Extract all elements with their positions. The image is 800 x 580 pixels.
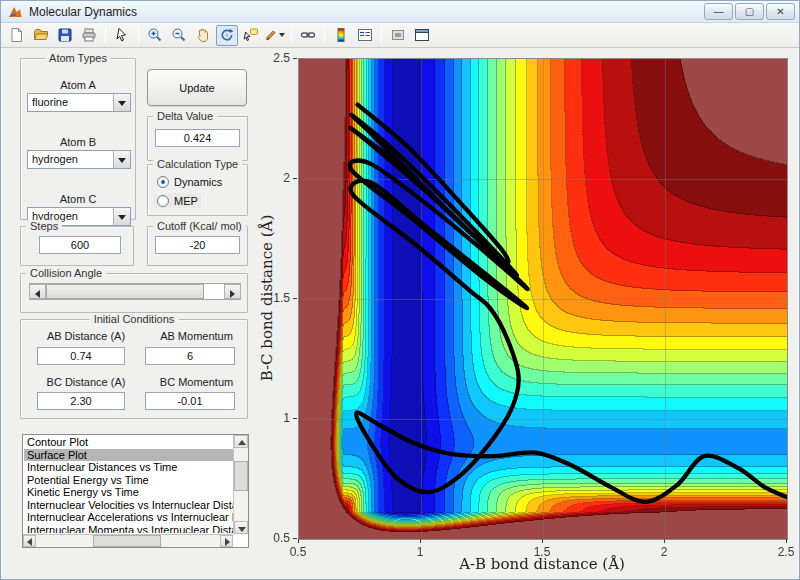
atom-types-title: Atom Types (45, 52, 111, 64)
hide-plot-tools-icon[interactable] (387, 25, 409, 46)
minimize-button[interactable]: — (704, 3, 733, 20)
y-tick-label: 0.5 (258, 531, 290, 545)
slider-right-arrow-icon[interactable] (224, 284, 241, 299)
pan-icon[interactable] (192, 25, 214, 46)
brush-dropdown-caret[interactable] (279, 33, 285, 37)
y-tick-label: 2.5 (258, 51, 290, 65)
x-tick (786, 539, 787, 543)
zoom-out-icon[interactable] (168, 25, 190, 46)
list-item[interactable]: Internuclear Velocities vs Internuclear … (24, 499, 233, 512)
x-tick (420, 539, 421, 543)
scroll-down-icon[interactable] (234, 521, 248, 534)
bc-distance-label: BC Distance (A) (31, 376, 141, 388)
ab-momentum-label: AB Momentum (149, 330, 244, 342)
steps-field[interactable]: 600 (39, 236, 121, 254)
calculation-type-panel: Calculation Type Dynamics MEP (147, 164, 248, 216)
ab-distance-label: AB Distance (A) (31, 330, 141, 342)
zoom-in-icon[interactable] (144, 25, 166, 46)
cutoff-title: Cutoff (Kcal/ mol) (153, 220, 246, 232)
show-plot-tools-dock-icon[interactable] (411, 25, 433, 46)
list-item[interactable]: Potential Energy vs Time (24, 474, 233, 487)
radio-mep[interactable]: MEP (154, 194, 201, 208)
contour-canvas[interactable] (298, 58, 788, 540)
atom-a-dropdown-arrow-icon[interactable] (113, 94, 130, 111)
toolbar (1, 23, 799, 48)
x-tick-label: 2 (644, 545, 684, 559)
atom-a-label: Atom A (21, 79, 135, 91)
delta-value-title: Delta Value (153, 110, 217, 122)
scroll-up-icon[interactable] (234, 435, 248, 448)
list-item[interactable]: Surface Plot (24, 449, 233, 462)
close-button[interactable]: ✕ (766, 3, 795, 20)
list-item[interactable]: Internuclear Momenta vs Internuclear Dis… (24, 524, 233, 534)
x-tick (664, 539, 665, 543)
insert-colorbar-icon[interactable] (330, 25, 352, 46)
radio-mep-icon[interactable] (157, 195, 169, 207)
atom-c-label: Atom C (21, 193, 135, 205)
slider-thumb[interactable] (46, 284, 204, 299)
cutoff-panel: Cutoff (Kcal/ mol) -20 (147, 226, 248, 266)
new-file-icon[interactable] (6, 25, 28, 46)
radio-dynamics-icon[interactable] (157, 176, 169, 188)
brush-icon[interactable] (264, 25, 286, 46)
update-button[interactable]: Update (147, 69, 247, 106)
list-item[interactable]: Kinetic Energy vs Time (24, 486, 233, 499)
list-item[interactable]: Internuclear Distances vs Time (24, 461, 233, 474)
bc-distance-field[interactable]: 2.30 (37, 392, 125, 410)
toolbar-separator (105, 26, 106, 44)
ab-distance-field[interactable]: 0.74 (37, 347, 125, 365)
bc-momentum-field[interactable]: -0.01 (145, 392, 235, 410)
insert-legend-icon[interactable] (354, 25, 376, 46)
contour-plot-axes[interactable]: 0.511.522.50.511.522.5 (298, 58, 786, 538)
atom-types-panel: Atom Types Atom A fluorine Atom B hydrog… (20, 58, 136, 220)
x-tick-label: 2.5 (766, 545, 800, 559)
y-tick (293, 298, 297, 299)
x-tick (298, 539, 299, 543)
rotate-3d-icon[interactable] (216, 25, 238, 46)
atom-b-dropdown-arrow-icon[interactable] (113, 151, 130, 168)
initial-conditions-title: Initial Conditions (90, 313, 179, 325)
figure-content: Atom Types Atom A fluorine Atom B hydrog… (1, 48, 799, 579)
initial-conditions-panel: Initial Conditions AB Distance (A) AB Mo… (20, 319, 248, 419)
horizontal-scrollbar[interactable] (23, 534, 233, 547)
x-axis-label: A-B bond distance (Å) (459, 555, 625, 573)
horizontal-scroll-thumb[interactable] (93, 535, 161, 547)
steps-title: Steps (26, 220, 62, 232)
vertical-scroll-thumb[interactable] (234, 461, 248, 491)
calculation-type-title: Calculation Type (153, 158, 242, 170)
save-icon[interactable] (54, 25, 76, 46)
plot-type-listbox[interactable]: Contour Plot Surface Plot Internuclear D… (22, 434, 249, 548)
scroll-right-icon[interactable] (220, 535, 233, 547)
atom-c-dropdown-arrow-icon[interactable] (113, 208, 130, 225)
title-bar[interactable]: Molecular Dynamics — ▢ ✕ (1, 1, 799, 23)
atom-b-dropdown[interactable]: hydrogen (27, 150, 131, 169)
delta-value-field[interactable]: 0.424 (155, 129, 240, 147)
cutoff-field[interactable]: -20 (155, 236, 240, 254)
pointer-icon[interactable] (111, 25, 133, 46)
toolbar-separator (138, 26, 139, 44)
atom-a-dropdown[interactable]: fluorine (27, 93, 131, 112)
list-item[interactable]: Contour Plot (24, 436, 233, 449)
link-plots-icon[interactable] (297, 25, 319, 46)
vertical-scrollbar[interactable] (233, 435, 248, 534)
y-tick-label: 1 (258, 411, 290, 425)
slider-left-arrow-icon[interactable] (29, 284, 46, 299)
atom-b-label: Atom B (21, 136, 135, 148)
print-icon[interactable] (78, 25, 100, 46)
y-tick (293, 538, 297, 539)
y-tick-label: 2 (258, 171, 290, 185)
radio-dynamics[interactable]: Dynamics (154, 175, 225, 189)
y-tick (293, 178, 297, 179)
toolbar-separator (381, 26, 382, 44)
ab-momentum-field[interactable]: 6 (145, 347, 235, 365)
collision-angle-slider[interactable] (29, 283, 241, 300)
window-title: Molecular Dynamics (29, 5, 137, 19)
list-item[interactable]: Internuclear Accelerations vs Internucle… (24, 511, 233, 524)
x-tick-label: 0.5 (278, 545, 318, 559)
data-cursor-icon[interactable] (240, 25, 262, 46)
scroll-left-icon[interactable] (23, 535, 36, 547)
y-tick (293, 418, 297, 419)
open-file-icon[interactable] (30, 25, 52, 46)
maximize-button[interactable]: ▢ (735, 3, 764, 20)
x-tick (542, 539, 543, 543)
